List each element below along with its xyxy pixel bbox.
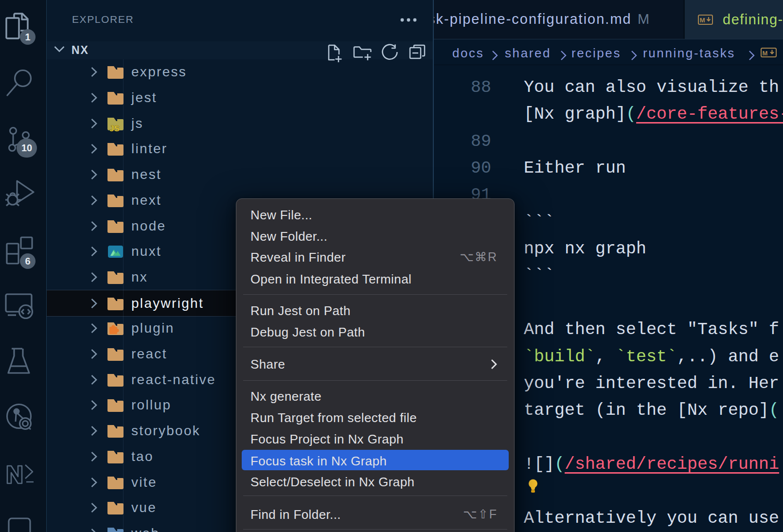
svg-text:M: M — [763, 50, 769, 57]
svg-text:M: M — [700, 17, 705, 24]
svg-text:JS: JS — [109, 124, 120, 132]
